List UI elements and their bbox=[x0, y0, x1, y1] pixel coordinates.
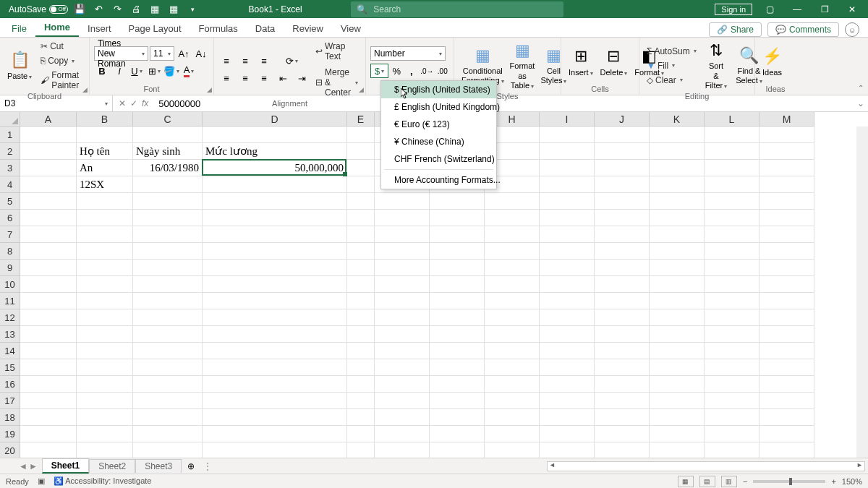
sheet-tab-3[interactable]: Sheet3 bbox=[135, 459, 182, 473]
align-center-icon[interactable]: ≡ bbox=[237, 71, 253, 85]
row-header-11[interactable]: 11 bbox=[0, 293, 20, 309]
accessibility-status[interactable]: ♿ Accessibility: Investigate bbox=[54, 476, 152, 486]
zoom-level[interactable]: 150% bbox=[842, 477, 862, 486]
clear-button[interactable]: ◇Clear▾ bbox=[644, 74, 699, 87]
percent-button[interactable]: % bbox=[390, 64, 404, 78]
delete-cells-button[interactable]: ⊟Delete▾ bbox=[597, 46, 631, 79]
sheet-tab-2[interactable]: Sheet2 bbox=[89, 459, 135, 473]
tab-home[interactable]: Home bbox=[35, 19, 79, 37]
shrink-font-icon[interactable]: A↓ bbox=[193, 46, 209, 61]
row-header-6[interactable]: 6 bbox=[0, 210, 20, 226]
grow-font-icon[interactable]: A↑ bbox=[176, 46, 192, 61]
comma-button[interactable]: , bbox=[405, 64, 419, 78]
row-header-14[interactable]: 14 bbox=[0, 343, 20, 359]
qat-icon3[interactable]: ▦ bbox=[166, 2, 181, 17]
ribbon-display-icon[interactable]: ▢ bbox=[760, 1, 780, 18]
comments-button[interactable]: 💬 Comments bbox=[767, 22, 839, 37]
column-header-E[interactable]: E bbox=[347, 112, 375, 126]
tab-view[interactable]: View bbox=[332, 20, 370, 37]
save-icon[interactable]: 💾 bbox=[72, 2, 87, 17]
tab-data[interactable]: Data bbox=[247, 20, 284, 37]
format-painter-button[interactable]: 🖌Format Painter bbox=[38, 69, 85, 92]
vertical-scrollbar[interactable] bbox=[856, 127, 868, 458]
outdent-icon[interactable]: ⇤ bbox=[275, 71, 291, 85]
row-header-18[interactable]: 18 bbox=[0, 409, 20, 426]
row-header-12[interactable]: 12 bbox=[0, 309, 20, 326]
currency-option-gbp[interactable]: £ English (United Kingdom) bbox=[381, 98, 496, 116]
cell-C2[interactable]: Ngày sinh bbox=[133, 143, 203, 160]
page-layout-view-icon[interactable]: ▤ bbox=[699, 476, 715, 487]
sheet-nav-prev-icon[interactable]: ◄ bbox=[19, 461, 27, 471]
align-right-icon[interactable]: ≡ bbox=[256, 71, 272, 85]
row-header-19[interactable]: 19 bbox=[0, 426, 20, 442]
column-header-C[interactable]: C bbox=[133, 112, 203, 126]
wrap-text-button[interactable]: ↩Wrap Text bbox=[312, 40, 361, 63]
decrease-decimal-icon[interactable]: .00 bbox=[436, 64, 450, 78]
sheet-tab-1[interactable]: Sheet1 bbox=[42, 458, 89, 474]
column-header-M[interactable]: M bbox=[760, 112, 814, 126]
column-header-L[interactable]: L bbox=[705, 112, 760, 126]
more-accounting-formats[interactable]: More Accounting Formats... bbox=[381, 171, 496, 189]
cell-B2[interactable]: Họ tên bbox=[77, 143, 133, 160]
cell-B4[interactable]: 12SX bbox=[77, 176, 133, 193]
collapse-ribbon-icon[interactable]: ⌃ bbox=[858, 84, 864, 92]
font-size-select[interactable]: 11▾ bbox=[150, 46, 174, 61]
alignment-launcher-icon[interactable]: ◢ bbox=[359, 86, 364, 93]
border-button[interactable]: ⊞▾ bbox=[146, 64, 162, 78]
new-sheet-button[interactable]: ⊕ bbox=[182, 461, 200, 471]
cell-D2[interactable]: Mức lương bbox=[203, 143, 347, 160]
fill-button[interactable]: ▼Fill▾ bbox=[644, 59, 699, 72]
close-icon[interactable]: ✕ bbox=[842, 1, 862, 18]
currency-option-chf[interactable]: CHF French (Switzerland) bbox=[381, 150, 496, 168]
row-header-13[interactable]: 13 bbox=[0, 326, 20, 343]
expand-formula-bar-icon[interactable]: ⌄ bbox=[854, 98, 868, 108]
align-top-icon[interactable]: ≡ bbox=[218, 53, 234, 68]
font-name-select[interactable]: Times New Roman▾ bbox=[94, 46, 148, 61]
fx-icon[interactable]: fx bbox=[142, 98, 148, 108]
sort-filter-button[interactable]: ⇅Sort & Filter▾ bbox=[702, 40, 730, 92]
indent-icon[interactable]: ⇥ bbox=[294, 71, 310, 85]
cell-D3[interactable]: 50,000,000 bbox=[203, 160, 347, 176]
signin-button[interactable]: Sign in bbox=[715, 4, 752, 15]
orientation-icon[interactable]: ⟳▾ bbox=[284, 53, 299, 68]
row-header-7[interactable]: 7 bbox=[0, 226, 20, 243]
qat-icon[interactable]: 🖨 bbox=[129, 2, 143, 17]
align-bottom-icon[interactable]: ≡ bbox=[256, 53, 272, 68]
column-header-A[interactable]: A bbox=[20, 112, 77, 126]
autosave-toggle[interactable]: AutoSave Off bbox=[9, 4, 68, 14]
minimize-icon[interactable]: — bbox=[787, 1, 807, 18]
maximize-icon[interactable]: ❐ bbox=[814, 1, 835, 18]
row-header-8[interactable]: 8 bbox=[0, 243, 20, 260]
sheet-nav-next-icon[interactable]: ► bbox=[29, 461, 38, 471]
currency-option-usd[interactable]: $ English (United States) bbox=[381, 81, 496, 98]
cancel-formula-icon[interactable]: ✕ bbox=[119, 98, 126, 108]
align-middle-icon[interactable]: ≡ bbox=[237, 53, 253, 68]
row-header-20[interactable]: 20 bbox=[0, 442, 20, 459]
row-header-16[interactable]: 16 bbox=[0, 376, 20, 393]
row-header-4[interactable]: 4 bbox=[0, 176, 20, 193]
zoom-out-button[interactable]: − bbox=[743, 477, 747, 486]
font-launcher-icon[interactable]: ◢ bbox=[207, 86, 212, 93]
accounting-format-button[interactable]: $▾ bbox=[370, 64, 388, 78]
row-header-17[interactable]: 17 bbox=[0, 393, 20, 409]
fill-color-button[interactable]: 🪣▾ bbox=[163, 64, 179, 78]
number-format-select[interactable]: Number▾ bbox=[370, 46, 446, 61]
macro-record-icon[interactable]: ▣ bbox=[38, 476, 45, 486]
paste-button[interactable]: 📋 Paste▾ bbox=[4, 49, 35, 82]
cell-C3[interactable]: 16/03/1980 bbox=[133, 160, 203, 176]
insert-cells-button[interactable]: ⊞Insert▾ bbox=[566, 46, 596, 79]
copy-button[interactable]: ⎘Copy▾ bbox=[38, 54, 85, 67]
tab-review[interactable]: Review bbox=[284, 20, 332, 37]
tab-insert[interactable]: Insert bbox=[79, 20, 120, 37]
italic-button[interactable]: I bbox=[111, 64, 127, 78]
column-header-K[interactable]: K bbox=[650, 112, 705, 126]
clipboard-launcher-icon[interactable]: ◢ bbox=[82, 86, 88, 93]
row-header-9[interactable]: 9 bbox=[0, 260, 20, 276]
row-header-2[interactable]: 2 bbox=[0, 143, 20, 160]
cut-button[interactable]: ✂Cut bbox=[38, 40, 85, 53]
redo-icon[interactable]: ↷ bbox=[110, 2, 124, 17]
format-as-table-button[interactable]: ▦Format as Table▾ bbox=[507, 40, 538, 92]
horizontal-scrollbar[interactable] bbox=[547, 461, 865, 471]
tab-page-layout[interactable]: Page Layout bbox=[120, 20, 190, 37]
column-header-B[interactable]: B bbox=[77, 112, 133, 126]
